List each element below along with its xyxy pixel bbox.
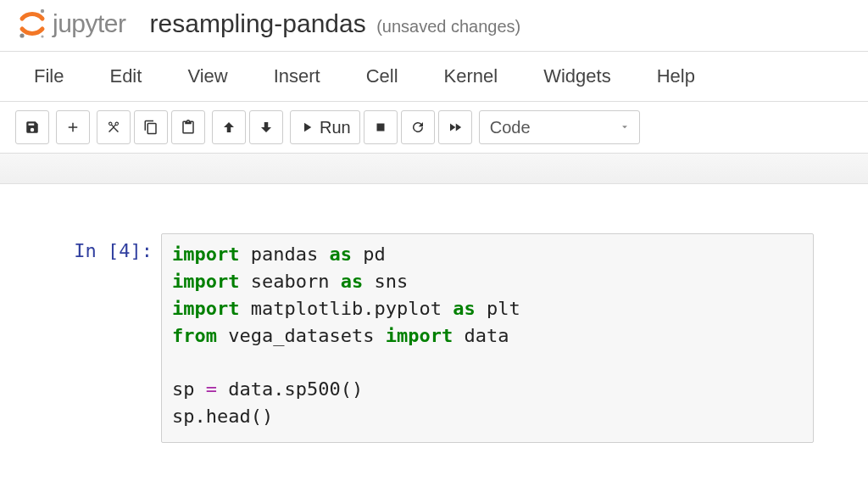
cut-button[interactable] [97,110,131,144]
notebook-header: jupyter resampling-pandas (unsaved chang… [0,0,868,51]
code-input-area[interactable]: import pandas as pd import seaborn as sn… [161,233,814,443]
play-icon [299,120,314,135]
cell-type-value: Code [490,118,531,137]
plus-icon [65,120,81,135]
fast-forward-icon [448,120,463,135]
menu-file[interactable]: File [34,65,64,87]
arrow-up-icon [221,120,236,135]
save-button[interactable] [15,110,49,144]
stop-icon [373,120,388,135]
paste-button[interactable] [171,110,205,144]
restart-run-all-button[interactable] [438,110,472,144]
chevron-down-icon [619,118,631,137]
jupyter-planet-icon [17,8,47,39]
move-down-button[interactable] [249,110,283,144]
save-status: (unsaved changes) [376,17,520,36]
menu-insert[interactable]: Insert [274,65,320,87]
toolbar: Run Code [0,102,868,154]
add-cell-button[interactable] [56,110,90,144]
save-icon [25,120,40,135]
paste-icon [181,120,196,135]
copy-button[interactable] [134,110,168,144]
run-label: Run [320,118,351,137]
menu-help[interactable]: Help [657,65,695,87]
svg-point-2 [41,35,43,37]
copy-icon [143,120,159,135]
menu-kernel[interactable]: Kernel [444,65,498,87]
scissors-icon [106,120,121,135]
cell-type-select[interactable]: Code [479,110,640,144]
notebook-title[interactable]: resampling-pandas [150,9,366,37]
menu-widgets[interactable]: Widgets [543,65,610,87]
restart-button[interactable] [401,110,435,144]
menubar: File Edit View Insert Cell Kernel Widget… [0,51,868,102]
arrow-down-icon [259,120,274,135]
jupyter-logo-text: jupyter [53,9,126,38]
input-prompt: In [4]: [51,233,153,261]
code-cell[interactable]: In [4]: import pandas as pd import seabo… [51,233,860,443]
restart-icon [410,120,426,135]
menu-cell[interactable]: Cell [366,65,398,87]
menu-view[interactable]: View [187,65,227,87]
svg-point-1 [19,33,24,37]
run-button[interactable]: Run [290,110,360,144]
menu-edit[interactable]: Edit [109,65,142,87]
notebook-area: In [4]: import pandas as pd import seabo… [0,184,868,468]
notebook-title-wrap[interactable]: resampling-pandas (unsaved changes) [150,9,521,38]
jupyter-logo: jupyter [17,8,126,39]
interrupt-button[interactable] [364,110,398,144]
move-up-button[interactable] [212,110,246,144]
svg-point-0 [41,9,44,13]
toolbar-shadow-strip [0,154,868,184]
